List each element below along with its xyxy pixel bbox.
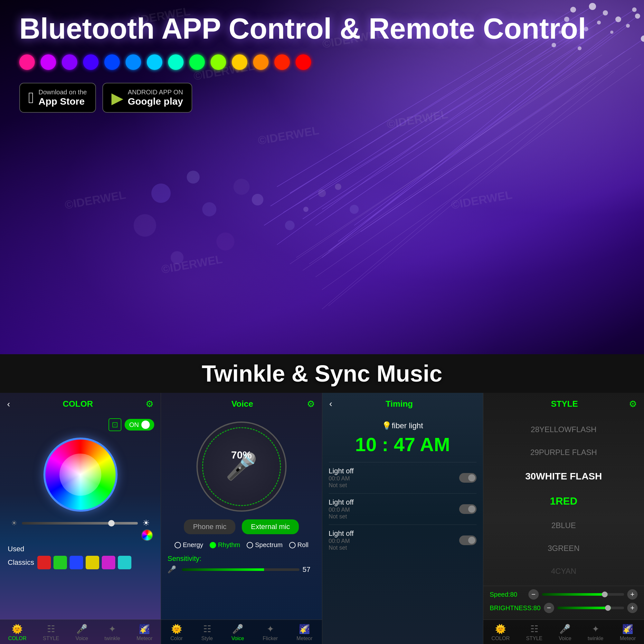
style-nav-meteor-icon: 🌠 <box>622 624 633 634</box>
timer-toggle-3[interactable] <box>459 535 477 545</box>
color-dot-indigo <box>83 54 99 70</box>
swatch-blue[interactable] <box>70 556 83 569</box>
style-nav-meteor[interactable]: 🌠 Meteor <box>620 624 636 641</box>
color-back-button[interactable]: ‹ <box>7 399 10 409</box>
classics-row: Classics <box>3 553 157 572</box>
external-mic-label: External mic <box>251 523 290 531</box>
color-settings-icon[interactable]: ⚙ <box>146 399 154 409</box>
swatch-red[interactable] <box>37 556 51 569</box>
svg-point-43 <box>252 194 263 205</box>
svg-point-38 <box>151 184 171 203</box>
color-dot-orange <box>253 54 269 70</box>
svg-point-44 <box>285 221 295 230</box>
app-store-line2: App Store <box>39 96 87 107</box>
sensitivity-value: 57 <box>303 565 316 574</box>
app-store-text: Download on the App Store <box>39 89 87 107</box>
bluetooth-icon-row: ⊡ <box>109 418 121 431</box>
external-mic-button[interactable]: External mic <box>242 519 299 534</box>
color-dot-cyan2 <box>168 54 184 70</box>
style-nav-voice[interactable]: 🎤 Voice <box>559 624 571 641</box>
mode-roll[interactable]: Roll <box>289 541 308 549</box>
style-nav-style-label: STYLE <box>526 636 543 641</box>
nav-twinkle[interactable]: ✦ twinkle <box>104 624 120 641</box>
android-icon: ▶ <box>111 89 123 107</box>
style-nav-color[interactable]: 🌞 COLOR <box>491 624 510 641</box>
google-play-line1: ANDROID APP ON <box>128 89 183 96</box>
on-toggle[interactable]: ON <box>125 419 154 431</box>
style-item-1[interactable]: 29PURPLE FLASH <box>490 448 638 457</box>
timer-toggle-1[interactable] <box>459 473 477 483</box>
apple-icon:  <box>28 89 34 107</box>
voice-nav-flicker[interactable]: ✦ Flicker <box>263 624 278 641</box>
voice-nav-style[interactable]: ☷ Style <box>201 624 213 641</box>
voice-nav-color-label: Color <box>170 636 183 641</box>
voice-nav-voice[interactable]: 🎤 Voice <box>232 624 244 641</box>
sensitivity-slider[interactable] <box>182 568 299 571</box>
timer-row-3-sub: Not set <box>329 545 354 551</box>
style-item-3[interactable]: 1RED <box>490 495 638 507</box>
nav-style-icon: ☷ <box>47 624 55 634</box>
swatch-magenta[interactable] <box>102 556 115 569</box>
timer-row-1: Light off 00:0 AM Not set <box>329 462 477 493</box>
timer-row-2-sub: Not set <box>329 513 354 520</box>
style-nav-style[interactable]: ☷ STYLE <box>526 624 543 641</box>
nav-style[interactable]: ☷ STYLE <box>43 624 59 641</box>
swatch-green[interactable] <box>53 556 67 569</box>
style-nav-color-label: COLOR <box>491 636 510 641</box>
google-play-button[interactable]: ▶ ANDROID APP ON Google play <box>102 83 192 113</box>
nav-voice[interactable]: 🎤 Voice <box>75 624 88 641</box>
voice-nav-meteor[interactable]: 🌠 Meteor <box>297 624 313 641</box>
brightness-slider[interactable] <box>22 522 138 525</box>
brightness-label: BRIGHTNESS:80 <box>490 604 541 612</box>
svg-point-45 <box>216 232 234 251</box>
nav-color-icon: 🌞 <box>12 624 23 634</box>
brightness-thumb <box>108 520 115 526</box>
brightness-plus-button[interactable]: + <box>627 603 638 613</box>
style-panel-content: 28YELLOWFLASH 29PURPLE FLASH 30WHITE FLA… <box>483 415 644 620</box>
swatch-yellow[interactable] <box>86 556 99 569</box>
voice-nav-style-icon: ☷ <box>203 624 211 634</box>
palette-icon[interactable] <box>141 529 153 541</box>
voice-ring <box>202 427 281 506</box>
app-store-line1: Download on the <box>39 89 87 96</box>
nav-meteor[interactable]: 🌠 Meteor <box>137 624 153 641</box>
timer-row-3-label: Light off <box>329 529 354 538</box>
timer-row-2-info: Light off 00:0 AM Not set <box>329 498 354 520</box>
style-settings-icon[interactable]: ⚙ <box>629 399 637 409</box>
timer-toggle-2[interactable] <box>459 504 477 514</box>
speed-plus-button[interactable]: + <box>627 589 638 600</box>
brightness-row: ☀ ☀ <box>11 518 150 528</box>
voice-settings-icon[interactable]: ⚙ <box>307 399 315 409</box>
app-store-button[interactable]:  Download on the App Store <box>19 83 96 113</box>
voice-panel: Voice ⚙ 70% 🎤 Phone mic External mic <box>161 393 322 644</box>
mode-spectrum[interactable]: Spectrum <box>247 541 283 549</box>
style-item-2[interactable]: 30WHITE FLASH <box>490 471 638 482</box>
style-item-0[interactable]: 28YELLOWFLASH <box>490 425 638 434</box>
style-item-5[interactable]: 3GREEN <box>490 544 638 553</box>
phone-mic-button[interactable]: Phone mic <box>184 519 235 534</box>
color-panel-header: ‹ COLOR ⚙ <box>0 393 161 415</box>
speed-minus-button[interactable]: − <box>528 589 539 600</box>
brightness-slider2[interactable] <box>557 607 624 609</box>
timing-panel-header: ‹ Timing <box>322 393 483 415</box>
swatch-cyan[interactable] <box>118 556 131 569</box>
mode-rhythm[interactable]: Rhythm <box>210 541 240 549</box>
style-nav-twinkle[interactable]: ✦ twinkle <box>588 624 603 641</box>
nav-style-label: STYLE <box>43 636 59 641</box>
voice-panel-header: Voice ⚙ <box>161 393 322 415</box>
color-dot-red1 <box>274 54 290 70</box>
radio-energy <box>175 542 181 548</box>
nav-color[interactable]: 🌞 COLOR <box>8 624 26 641</box>
style-item-4[interactable]: 2BLUE <box>490 521 638 530</box>
brightness-minus-button[interactable]: − <box>544 603 554 613</box>
middle-section: Twinkle & Sync Music <box>0 354 644 393</box>
timing-back-button[interactable]: ‹ <box>329 399 332 409</box>
voice-nav-color[interactable]: 🌞 Color <box>170 624 183 641</box>
mode-energy[interactable]: Energy <box>175 541 203 549</box>
style-item-6[interactable]: 4CYAN <box>490 567 638 576</box>
mode-row: Energy Rhythm Spectrum Roll <box>175 541 308 549</box>
speed-slider[interactable] <box>542 593 624 596</box>
color-panel: ‹ COLOR ⚙ ⊡ ON ☀ ☀ <box>0 393 161 644</box>
color-wheel[interactable] <box>43 438 118 512</box>
timer-row-1-sub: Not set <box>329 482 354 489</box>
